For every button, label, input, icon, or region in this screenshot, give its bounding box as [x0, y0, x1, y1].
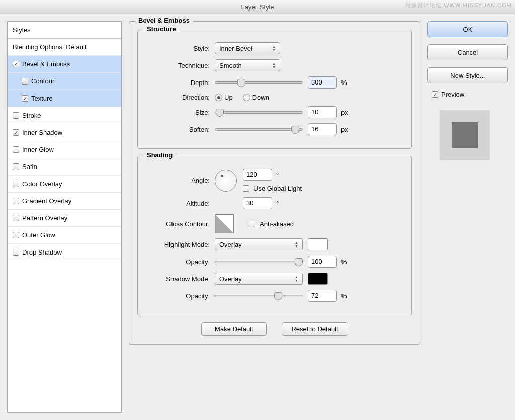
checkbox-icon[interactable] — [13, 249, 19, 256]
checkbox-icon[interactable] — [13, 112, 19, 119]
angle-label: Angle: — [147, 177, 215, 184]
make-default-button[interactable]: Make Default — [201, 322, 267, 336]
sidebar-item-label: Stroke — [22, 112, 41, 119]
bevel-emboss-group: Bevel & Emboss Structure Style: Inner Be… — [129, 21, 420, 345]
highlight-mode-label: Highlight Mode: — [147, 241, 215, 248]
gloss-contour-label: Gloss Contour: — [147, 220, 215, 228]
preview-checkbox[interactable]: ✓ — [432, 91, 438, 98]
sidebar-item-label: Contour — [31, 77, 54, 85]
direction-up-radio[interactable] — [215, 94, 222, 101]
structure-legend: Structure — [144, 25, 179, 33]
new-style-button[interactable]: New Style... — [427, 67, 508, 83]
soften-slider[interactable] — [215, 128, 303, 131]
sidebar-item-pattern-overlay[interactable]: Pattern Overlay — [8, 210, 121, 227]
sidebar-item-stroke[interactable]: Stroke — [8, 107, 121, 124]
updown-icon: ▲▼ — [272, 62, 276, 69]
preview-label: Preview — [441, 91, 464, 98]
sidebar-item-label: Gradient Overlay — [22, 197, 71, 205]
shadow-opacity-label: Opacity: — [147, 292, 215, 300]
sidebar-item-color-overlay[interactable]: Color Overlay — [8, 176, 121, 193]
checkbox-icon[interactable] — [13, 181, 19, 187]
sidebar-item-inner-glow[interactable]: Inner Glow — [8, 141, 121, 158]
checkbox-icon[interactable] — [13, 163, 19, 170]
shading-group: Shading Angle: 120° Use Global Light Alt… — [137, 156, 412, 315]
size-input[interactable]: 10 — [308, 106, 337, 118]
sidebar-item-label: Drop Shadow — [22, 248, 62, 256]
sidebar-item-label: Bevel & Emboss — [22, 60, 70, 68]
checkbox-icon[interactable]: ✓ — [13, 61, 19, 67]
global-light-checkbox[interactable] — [243, 185, 249, 192]
checkbox-icon[interactable] — [13, 232, 19, 238]
sidebar-item-inner-shadow[interactable]: ✓Inner Shadow — [8, 124, 121, 141]
depth-label: Depth: — [147, 79, 215, 87]
altitude-label: Altitude: — [147, 200, 215, 207]
sidebar-item-label: Outer Glow — [22, 231, 55, 239]
reset-default-button[interactable]: Reset to Default — [282, 322, 348, 336]
gloss-contour-picker[interactable] — [215, 214, 234, 233]
structure-group: Structure Style: Inner Bevel▲▼ Technique… — [137, 30, 412, 149]
group-legend: Bevel & Emboss — [135, 17, 193, 24]
updown-icon: ▲▼ — [295, 275, 298, 282]
size-label: Size: — [147, 109, 215, 116]
shadow-color-swatch[interactable] — [308, 273, 328, 285]
blending-options-item[interactable]: Blending Options: Default — [8, 39, 121, 56]
technique-label: Technique: — [147, 62, 215, 69]
direction-label: Direction: — [147, 94, 215, 101]
sidebar-item-label: Satin — [22, 163, 37, 171]
checkbox-icon[interactable] — [13, 146, 19, 153]
checkbox-icon[interactable] — [13, 215, 19, 221]
highlight-color-swatch[interactable] — [308, 238, 328, 250]
sidebar-item-contour[interactable]: Contour — [8, 73, 121, 90]
cancel-button[interactable]: Cancel — [427, 44, 508, 60]
technique-select[interactable]: Smooth▲▼ — [215, 59, 280, 71]
sidebar-item-gradient-overlay[interactable]: Gradient Overlay — [8, 193, 121, 210]
highlight-mode-select[interactable]: Overlay▲▼ — [215, 238, 303, 250]
checkbox-icon[interactable] — [13, 198, 19, 204]
sidebar-item-satin[interactable]: Satin — [8, 158, 121, 176]
watermark-text: 思缘设计论坛 WWW.MISSYUAN.COM — [405, 2, 512, 9]
style-label: Style: — [147, 45, 215, 52]
shading-legend: Shading — [144, 151, 176, 159]
size-slider[interactable] — [215, 111, 303, 114]
soften-input[interactable]: 16 — [308, 123, 337, 135]
sidebar-item-bevel-emboss[interactable]: ✓Bevel & Emboss — [8, 56, 121, 73]
window-title: Layer Style — [241, 3, 274, 11]
sidebar-item-drop-shadow[interactable]: Drop Shadow — [8, 244, 121, 261]
antialiased-checkbox[interactable] — [249, 221, 255, 227]
shadow-mode-select[interactable]: Overlay▲▼ — [215, 273, 303, 285]
checkbox-icon[interactable]: ✓ — [22, 95, 28, 102]
style-select[interactable]: Inner Bevel▲▼ — [215, 42, 280, 54]
depth-slider[interactable] — [215, 81, 303, 84]
angle-dial[interactable] — [215, 170, 237, 192]
checkbox-icon[interactable] — [22, 78, 28, 85]
styles-sidebar: Styles Blending Options: Default ✓Bevel … — [7, 21, 122, 413]
preview-swatch-outer — [440, 110, 490, 160]
angle-input[interactable]: 120 — [243, 169, 272, 181]
highlight-opacity-input[interactable]: 100 — [308, 256, 337, 268]
direction-down-radio[interactable] — [243, 94, 250, 101]
soften-label: Soften: — [147, 126, 215, 133]
sidebar-item-label: Inner Shadow — [22, 129, 62, 136]
highlight-opacity-label: Opacity: — [147, 258, 215, 266]
sidebar-header[interactable]: Styles — [8, 22, 121, 39]
shadow-opacity-input[interactable]: 72 — [308, 290, 337, 302]
sidebar-item-outer-glow[interactable]: Outer Glow — [8, 227, 121, 244]
depth-input[interactable]: 300 — [308, 76, 337, 89]
updown-icon: ▲▼ — [295, 241, 298, 248]
sidebar-item-texture[interactable]: ✓Texture — [8, 90, 121, 107]
checkbox-icon[interactable]: ✓ — [13, 129, 19, 136]
sidebar-item-label: Inner Glow — [22, 146, 54, 153]
sidebar-item-label: Pattern Overlay — [22, 214, 67, 222]
sidebar-item-label: Texture — [31, 95, 53, 102]
altitude-input[interactable]: 30 — [243, 197, 272, 209]
preview-swatch-inner — [452, 122, 478, 148]
ok-button[interactable]: OK — [427, 21, 508, 37]
highlight-opacity-slider[interactable] — [215, 261, 303, 263]
shadow-mode-label: Shadow Mode: — [147, 275, 215, 283]
sidebar-item-label: Color Overlay — [22, 180, 62, 188]
shadow-opacity-slider[interactable] — [215, 295, 303, 297]
updown-icon: ▲▼ — [272, 45, 276, 52]
